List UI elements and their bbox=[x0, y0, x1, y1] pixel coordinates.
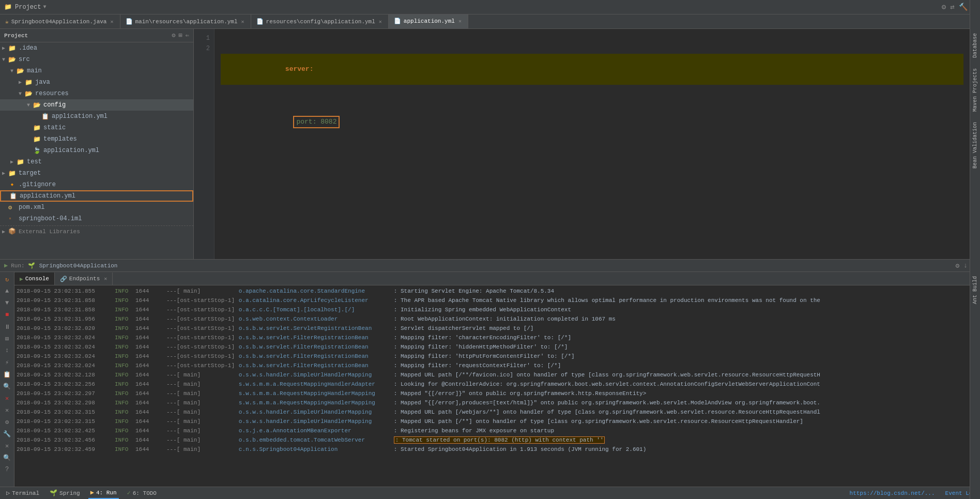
log-level: INFO bbox=[115, 427, 135, 435]
app-container: 📁 Project ▼ ⚙ ⇄ 🔨 ⊞ ☕ Springboot04Applic… bbox=[0, 0, 980, 499]
tab-label-springboot: Springboot04Application.java bbox=[11, 19, 107, 25]
right-tab-database[interactable]: Database bbox=[971, 29, 979, 62]
run-app-icon: 🌱 bbox=[28, 262, 35, 269]
console-btn-lightning[interactable]: ⚡ bbox=[2, 357, 12, 368]
ant-build-tab[interactable]: Ant Build bbox=[971, 272, 979, 308]
log-sep: --- bbox=[166, 436, 177, 444]
tree-item-target[interactable]: ▶ 📁 target bbox=[0, 168, 193, 179]
run-collapse-icon[interactable]: ↓ bbox=[963, 262, 968, 270]
arrow-config: ▼ bbox=[27, 102, 33, 108]
console-btn-layout[interactable]: ⊞ bbox=[2, 334, 12, 344]
console-btn-pause[interactable]: ⏸ bbox=[2, 322, 12, 332]
tab-close-resources-config[interactable]: ✕ bbox=[378, 18, 383, 25]
tab-application-yml[interactable]: 📄 application.yml ✕ bbox=[389, 14, 468, 28]
todo-icon: ✓ bbox=[127, 489, 131, 497]
console-btn-wrench[interactable]: 🔧 bbox=[2, 429, 12, 439]
log-sep: --- bbox=[166, 343, 177, 351]
tree-item-java[interactable]: ▶ 📁 java bbox=[0, 77, 193, 88]
console-btn-restart[interactable]: ↻ bbox=[2, 274, 12, 284]
gear-icon[interactable]: ⚙ bbox=[172, 32, 175, 39]
log-logger: s.w.s.m.m.a.RequestMappingHandlerAdapter bbox=[239, 380, 394, 388]
log-time: 2018-09-15 23:02:32.020 bbox=[17, 324, 115, 332]
log-pid: 1644 bbox=[135, 287, 166, 295]
log-time: 2018-09-15 23:02:32.024 bbox=[17, 334, 115, 342]
right-tab-maven[interactable]: Maven Projects bbox=[971, 64, 979, 116]
log-logger: o.s.b.embedded.tomcat.TomcatWebServer bbox=[239, 436, 394, 444]
tree-item-resources-yml[interactable]: ▶ 🍃 application.yml bbox=[0, 145, 193, 156]
console-btn-help[interactable]: ? bbox=[2, 464, 12, 475]
run-settings-icon[interactable]: ⚙ bbox=[956, 262, 960, 270]
status-link[interactable]: https://blog.csdn.net/... bbox=[850, 490, 935, 496]
tab-main-resources-yml[interactable]: 📄 main\resources\application.yml ✕ bbox=[120, 14, 251, 28]
console-btn-clipboard[interactable]: 📋 bbox=[2, 369, 12, 380]
log-line: 2018-09-15 23:02:32.315 INFO 1644 --- [ … bbox=[14, 407, 970, 417]
console-btn-search[interactable]: 🔍 bbox=[2, 381, 12, 391]
code-content[interactable]: server: port: 8082 bbox=[215, 29, 970, 259]
bottom-toolbar: ▷ Terminal 🌱 Spring ▶ 4: Run ✓ 6: TODO h… bbox=[0, 487, 980, 499]
tree-item-gitignore[interactable]: ▶ 🔸 .gitignore bbox=[0, 179, 193, 190]
console-btn-gear2[interactable]: ⚙ bbox=[2, 417, 12, 427]
console-tab-icon: ▶ bbox=[20, 276, 23, 282]
layout-icon[interactable]: ⊞ bbox=[179, 32, 182, 39]
log-msg: : Mapped "{[/error],produces=[text/html]… bbox=[394, 399, 820, 407]
bottom-tab-spring[interactable]: 🌱 Spring bbox=[48, 487, 82, 499]
bottom-tab-todo[interactable]: ✓ 6: TODO bbox=[125, 487, 159, 499]
folder-icon-src: 📂 bbox=[8, 56, 17, 64]
code-editor[interactable]: 1 2 server: port: 8082 bbox=[194, 29, 970, 259]
tree-item-templates[interactable]: ▶ 📁 templates bbox=[0, 133, 193, 145]
console-content[interactable]: 2018-09-15 23:02:31.855 INFO 1644 --- [ … bbox=[14, 285, 970, 487]
log-time: 2018-09-15 23:02:32.315 bbox=[17, 417, 115, 426]
top-gear-icon[interactable]: ⚙ bbox=[942, 3, 946, 11]
tree-item-static[interactable]: ▶ 📁 static bbox=[0, 122, 193, 133]
tree-item-iml[interactable]: ▶ ▫ springboot-04.iml bbox=[0, 213, 193, 224]
console-btn-up[interactable]: ▲ bbox=[2, 286, 12, 296]
log-time: 2018-09-15 23:02:32.459 bbox=[17, 445, 115, 453]
log-line: 2018-09-15 23:02:31.855 INFO 1644 --- [ … bbox=[14, 286, 970, 296]
tree-item-test[interactable]: ▶ 📁 test bbox=[0, 156, 193, 168]
console-btn-x2[interactable]: ✕ bbox=[2, 405, 12, 415]
top-build-icon[interactable]: 🔨 bbox=[959, 3, 968, 11]
log-line: 2018-09-15 23:02:32.459 INFO 1644 --- [ … bbox=[14, 445, 970, 454]
arrow-idea: ▶ bbox=[2, 45, 8, 51]
console-btn-stop[interactable]: ■ bbox=[2, 310, 12, 320]
tree-item-main[interactable]: ▼ 📂 main bbox=[0, 65, 193, 77]
console-btn-down[interactable]: ▼ bbox=[2, 298, 12, 308]
log-sep: --- bbox=[166, 361, 177, 370]
console-btn-x1[interactable]: ✕ bbox=[2, 393, 12, 403]
tab-springboot-java[interactable]: ☕ Springboot04Application.java ✕ bbox=[0, 14, 120, 28]
endpoints-label: Endpoints bbox=[69, 276, 100, 282]
log-time: 2018-09-15 23:02:32.256 bbox=[17, 380, 115, 388]
right-tab-bean[interactable]: Bean Validation bbox=[971, 118, 979, 173]
tab-close-main-resources[interactable]: ✕ bbox=[240, 18, 246, 25]
top-sync-icon[interactable]: ⇄ bbox=[950, 3, 954, 11]
console-btn-arrow[interactable]: ↕ bbox=[2, 345, 12, 356]
log-time: 2018-09-15 23:02:32.024 bbox=[17, 361, 115, 370]
tree-item-pom[interactable]: ▶ ⚙ pom.xml bbox=[0, 202, 193, 213]
log-logger: o.s.w.s.handler.SimpleUrlHandlerMapping bbox=[239, 371, 394, 379]
tab-close-application-yml[interactable]: ✕ bbox=[457, 18, 463, 25]
log-logger: o.s.w.s.handler.SimpleUrlHandlerMapping bbox=[239, 408, 394, 416]
log-logger: o.s.b.w.servlet.FilterRegistrationBean bbox=[239, 343, 394, 351]
tree-item-idea[interactable]: ▶ 📁 .idea bbox=[0, 42, 193, 54]
tree-item-config-yml[interactable]: ▶ 📋 application.yml bbox=[0, 111, 193, 122]
tree-item-src[interactable]: ▼ 📂 src bbox=[0, 54, 193, 65]
bottom-tab-terminal[interactable]: ▷ Terminal bbox=[4, 487, 41, 499]
folder-icon-main: 📂 bbox=[17, 67, 25, 75]
tree-item-config[interactable]: ▼ 📂 config bbox=[0, 99, 193, 111]
console-tab-endpoints[interactable]: 🔗 Endpoints ✕ bbox=[55, 273, 113, 285]
console-btn-x3[interactable]: ✕ bbox=[2, 441, 12, 451]
tree-item-root-yml[interactable]: ▶ 📋 application.yml bbox=[0, 190, 193, 202]
endpoints-close[interactable]: ✕ bbox=[104, 276, 107, 282]
tree-item-resources[interactable]: ▼ 📂 resources bbox=[0, 88, 193, 99]
console-btn-search2[interactable]: 🔍 bbox=[2, 452, 12, 463]
file-tree-sidebar: Project ⚙ ⊞ ⇐ ▶ 📁 .idea bbox=[0, 29, 194, 259]
tab-resources-config-yml[interactable]: 📄 resources\config\application.yml ✕ bbox=[251, 14, 389, 28]
log-line: 2018-09-15 23:02:31.956 INFO 1644 --- [o… bbox=[14, 314, 970, 324]
tab-bar: ☕ Springboot04Application.java ✕ 📄 main\… bbox=[0, 14, 980, 29]
tab-close-springboot[interactable]: ✕ bbox=[109, 18, 114, 25]
tree-item-external[interactable]: ▶ 📦 External Libraries bbox=[0, 225, 193, 237]
collapse-icon[interactable]: ⇐ bbox=[186, 32, 189, 39]
bottom-tab-run[interactable]: ▶ 4: Run bbox=[88, 487, 119, 499]
console-tab-console[interactable]: ▶ Console bbox=[14, 273, 55, 285]
log-logger: o.s.b.w.servlet.FilterRegistrationBean bbox=[239, 334, 394, 342]
